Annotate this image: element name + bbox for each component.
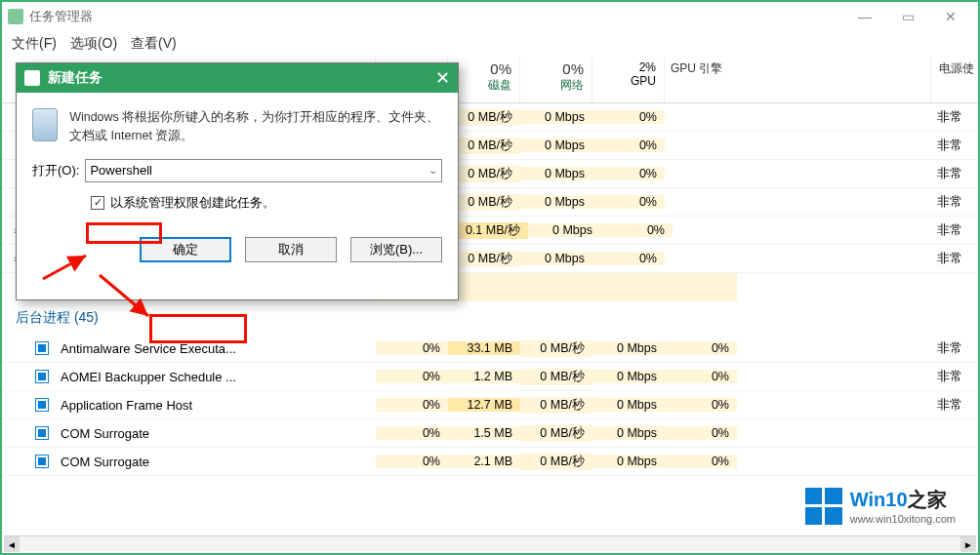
generic-process-icon (35, 398, 49, 412)
watermark: Win10之家 www.win10xitong.com (795, 480, 966, 532)
close-button[interactable]: ✕ (929, 9, 972, 24)
window-title: 任务管理器 (29, 8, 93, 25)
dialog-desc: Windows 将根据你所键入的名称，为你打开相应的程序、文件夹、文档或 Int… (69, 108, 442, 145)
table-row[interactable]: AOMEI Backupper Schedule ... 0% 1.2 MB 0… (2, 363, 978, 391)
col-gpu[interactable]: 2%GPU (592, 57, 665, 102)
generic-process-icon (35, 370, 49, 383)
table-row[interactable]: Antimalware Service Executa... 0% 33.1 M… (2, 335, 978, 363)
maximize-button[interactable]: ▭ (886, 9, 929, 24)
annotation-arrow (100, 275, 158, 328)
menu-bar: 文件(F) 选项(O) 查看(V) (2, 31, 978, 57)
col-gpu-engine[interactable]: GPU 引擎 (665, 57, 931, 102)
generic-process-icon (35, 455, 49, 468)
cancel-button[interactable]: 取消 (245, 237, 337, 262)
minimize-button[interactable]: — (843, 9, 886, 24)
browse-button[interactable]: 浏览(B)... (350, 237, 442, 262)
col-disk[interactable]: 0%磁盘 (448, 57, 520, 102)
menu-options[interactable]: 选项(O) (66, 33, 121, 55)
admin-checkbox[interactable]: ✓ (91, 196, 104, 210)
admin-label: 以系统管理权限创建此任务。 (110, 194, 275, 212)
table-row[interactable]: Application Frame Host 0% 12.7 MB 0 MB/秒… (2, 391, 978, 419)
dialog-icon (24, 70, 40, 86)
dialog-close-button[interactable]: ✕ (435, 67, 450, 89)
generic-process-icon (35, 341, 49, 355)
run-icon (32, 108, 58, 141)
open-value: Powershell (90, 163, 152, 178)
table-row[interactable]: COM Surrogate 0% 2.1 MB 0 MB/秒 0 Mbps 0% (2, 448, 978, 476)
open-label: 打开(O): (32, 162, 79, 179)
dropdown-icon[interactable]: ⌄ (429, 164, 437, 177)
col-network[interactable]: 0%网络 (520, 57, 592, 102)
generic-process-icon (35, 426, 49, 440)
annotation-box (86, 222, 162, 244)
annotation-arrow (43, 252, 102, 285)
open-combobox[interactable]: Powershell ⌄ (85, 159, 442, 182)
win10-logo-icon (805, 488, 842, 525)
scroll-left-icon[interactable]: ◄ (4, 536, 20, 552)
dialog-title-bar[interactable]: 新建任务 ✕ (17, 63, 458, 93)
app-icon (8, 9, 23, 24)
horizontal-scrollbar[interactable]: ◄ ► (4, 535, 976, 551)
table-row[interactable]: COM Surrogate 0% 1.5 MB 0 MB/秒 0 Mbps 0% (2, 419, 978, 448)
col-power[interactable]: 电源使 (931, 57, 978, 102)
svg-line-1 (100, 275, 148, 316)
menu-view[interactable]: 查看(V) (127, 33, 181, 55)
title-bar: 任务管理器 — ▭ ✕ (2, 2, 978, 31)
menu-file[interactable]: 文件(F) (8, 33, 61, 55)
dialog-title: 新建任务 (48, 69, 102, 87)
svg-line-0 (43, 256, 86, 279)
annotation-box (149, 314, 247, 343)
scroll-right-icon[interactable]: ► (960, 536, 976, 552)
